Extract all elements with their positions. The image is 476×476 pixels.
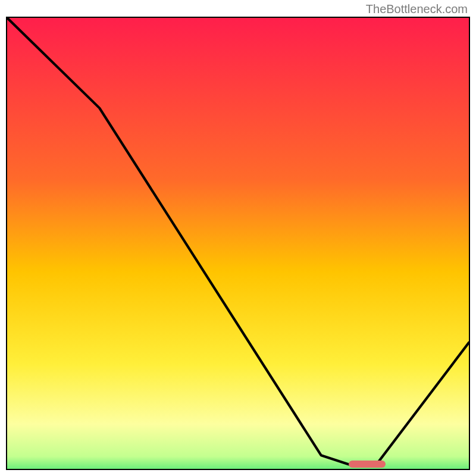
bottleneck-curve [7, 18, 469, 469]
watermark-text: TheBottleneck.com [366, 2, 468, 16]
optimum-marker [349, 461, 386, 468]
chart-frame [6, 17, 470, 470]
